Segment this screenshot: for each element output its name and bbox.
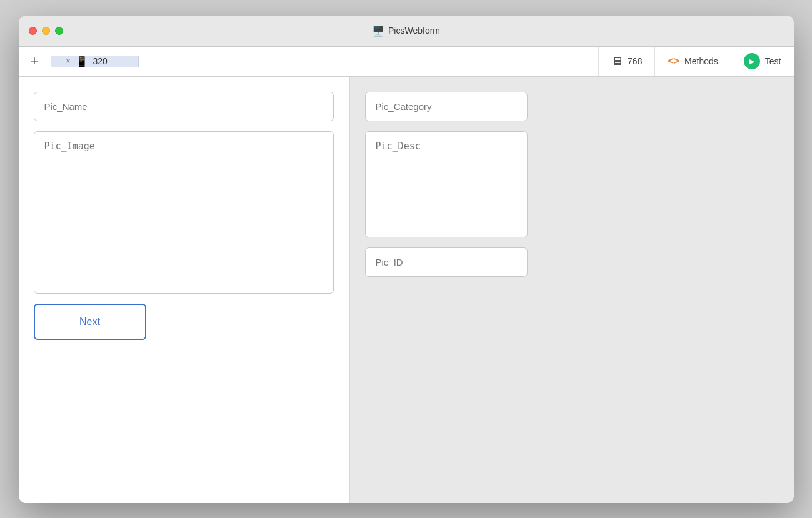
app-window: 🖥️ PicsWebform + × 📱 320 🖥 768 <> Method…: [19, 16, 794, 503]
desktop-view-button[interactable]: 🖥 768: [598, 47, 654, 76]
tab-close-icon[interactable]: ×: [66, 57, 71, 66]
maximize-button[interactable]: [55, 27, 63, 35]
toolbar-left: + × 📱 320: [19, 47, 139, 76]
mobile-icon: 📱: [76, 56, 88, 67]
code-icon: <>: [668, 56, 679, 67]
test-button[interactable]: ▶ Test: [731, 47, 794, 76]
mobile-pane: Next: [19, 77, 350, 503]
main-content: Next: [19, 77, 794, 503]
titlebar: 🖥️ PicsWebform: [19, 16, 794, 47]
test-label: Test: [765, 56, 781, 66]
pic-desc-input[interactable]: [365, 131, 528, 237]
plus-icon: +: [31, 53, 39, 69]
app-icon: 🖥️: [372, 25, 384, 37]
toolbar-right: 🖥 768 <> Methods ▶ Test: [598, 47, 793, 76]
minimize-button[interactable]: [42, 27, 50, 35]
next-button[interactable]: Next: [34, 304, 146, 340]
right-pane: [350, 77, 794, 503]
tab-width-label: 320: [93, 56, 108, 66]
monitor-icon: 🖥: [611, 55, 623, 68]
app-title: PicsWebform: [388, 26, 440, 36]
pic-image-input[interactable]: [34, 131, 334, 294]
pic-name-input[interactable]: [34, 92, 334, 121]
methods-button[interactable]: <> Methods: [654, 47, 730, 76]
pic-id-input[interactable]: [365, 247, 528, 277]
add-tab-button[interactable]: +: [19, 53, 51, 69]
play-icon: ▶: [744, 53, 760, 69]
pic-category-input[interactable]: [365, 92, 528, 121]
close-button[interactable]: [29, 27, 37, 35]
toolbar: + × 📱 320 🖥 768 <> Methods ▶ Test: [19, 47, 794, 77]
view-width-label: 768: [628, 56, 642, 66]
active-tab[interactable]: × 📱 320: [51, 56, 139, 67]
title-area: 🖥️ PicsWebform: [372, 25, 440, 37]
traffic-lights: [29, 27, 63, 35]
methods-label: Methods: [684, 56, 718, 66]
